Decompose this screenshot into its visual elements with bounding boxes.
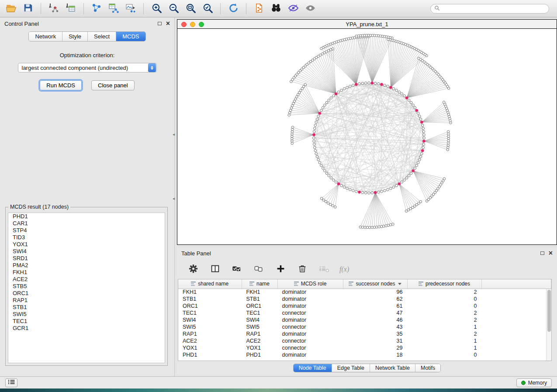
predecessor-nodes-cell[interactable]: 2 bbox=[407, 330, 481, 337]
shared-name-cell[interactable]: SWI4 bbox=[178, 316, 242, 323]
tab-network-table[interactable]: Network Table bbox=[370, 364, 415, 372]
shared-name-cell[interactable]: ACE2 bbox=[178, 337, 242, 344]
close-panel-button[interactable]: Close panel bbox=[91, 80, 135, 90]
add-row-button[interactable] bbox=[274, 263, 287, 276]
successor-nodes-cell[interactable]: 31 bbox=[343, 337, 407, 344]
predecessor-nodes-cell[interactable]: 1 bbox=[407, 323, 481, 330]
predecessor-nodes-cell[interactable]: 0 bbox=[407, 351, 481, 358]
mcds-result-item[interactable]: SRD1 bbox=[8, 255, 165, 262]
predecessor-nodes-cell[interactable]: 2 bbox=[407, 316, 481, 323]
name-cell[interactable]: YOX1 bbox=[242, 344, 277, 351]
mcds-role-cell[interactable]: dominator bbox=[277, 296, 343, 303]
deselect-all-button[interactable] bbox=[252, 263, 265, 276]
predecessor-nodes-cell[interactable]: 0 bbox=[407, 303, 481, 309]
shared-name-cell[interactable]: PHD1 bbox=[178, 351, 242, 358]
mcds-result-item[interactable]: PHD1 bbox=[8, 213, 165, 220]
column-header-predecessor-nodes[interactable]: predecessor nodes bbox=[407, 279, 481, 289]
name-cell[interactable]: SWI5 bbox=[242, 323, 277, 330]
mcds-role-cell[interactable]: dominator bbox=[277, 330, 343, 337]
successor-nodes-cell[interactable]: 46 bbox=[343, 316, 407, 323]
mcds-role-cell[interactable]: dominator bbox=[277, 303, 343, 309]
successor-nodes-cell[interactable]: 47 bbox=[343, 309, 407, 316]
mcds-result-item[interactable]: CAR1 bbox=[8, 220, 165, 227]
mcds-result-item[interactable]: RAP1 bbox=[8, 297, 165, 304]
run-mcds-button[interactable]: Run MCDS bbox=[40, 80, 82, 90]
mcds-role-cell[interactable]: connector bbox=[277, 309, 343, 316]
mcds-result-item[interactable]: YOX1 bbox=[8, 241, 165, 248]
shared-name-cell[interactable]: TEC1 bbox=[178, 309, 242, 316]
table-row[interactable]: FKH1FKH1dominator962 bbox=[178, 289, 551, 296]
mcds-result-item[interactable]: SWI5 bbox=[8, 311, 165, 318]
find-button[interactable] bbox=[270, 2, 283, 15]
tab-style[interactable]: Style bbox=[62, 32, 87, 41]
table-scrollbar[interactable] bbox=[546, 289, 551, 361]
mcds-role-cell[interactable]: dominator bbox=[277, 316, 343, 323]
column-header-successor-nodes[interactable]: successor nodes bbox=[343, 279, 407, 289]
zoom-selected-button[interactable] bbox=[201, 2, 214, 15]
tab-node-table[interactable]: Node Table bbox=[294, 364, 332, 372]
successor-nodes-cell[interactable]: 18 bbox=[343, 351, 407, 358]
close-window-icon[interactable] bbox=[181, 22, 187, 27]
mcds-role-cell[interactable]: dominator bbox=[277, 351, 343, 358]
new-network-button[interactable] bbox=[90, 2, 103, 15]
shared-name-cell[interactable]: SWI5 bbox=[178, 323, 242, 330]
name-cell[interactable]: TEC1 bbox=[242, 309, 277, 316]
shared-name-cell[interactable]: RAP1 bbox=[178, 330, 242, 337]
float-panel-icon[interactable] bbox=[540, 251, 544, 255]
scrollbar-thumb[interactable] bbox=[547, 290, 551, 332]
column-header-mcds-role[interactable]: MCDS role bbox=[277, 279, 343, 289]
mcds-role-cell[interactable]: connector bbox=[277, 337, 343, 344]
mcds-result-list[interactable]: PHD1CAR1STP4TID3YOX1SWI4SRD1PMA2FKH1ACE2… bbox=[8, 213, 165, 363]
import-network-button[interactable] bbox=[47, 2, 60, 15]
export-image-button[interactable] bbox=[124, 2, 137, 15]
tab-select[interactable]: Select bbox=[87, 32, 116, 41]
table-row[interactable]: STB1STB1dominator620 bbox=[178, 296, 551, 303]
show-columns-button[interactable] bbox=[208, 263, 221, 276]
tab-edge-table[interactable]: Edge Table bbox=[332, 364, 370, 372]
close-panel-icon[interactable]: × bbox=[166, 20, 170, 27]
maximize-window-icon[interactable] bbox=[199, 22, 204, 27]
mcds-result-item[interactable]: STP4 bbox=[8, 227, 165, 234]
splitter-collapse-icon[interactable]: ◂ bbox=[173, 132, 175, 137]
minimize-window-icon[interactable] bbox=[190, 22, 195, 27]
shared-name-cell[interactable]: ORC1 bbox=[178, 303, 242, 309]
memory-button[interactable]: Memory bbox=[516, 378, 552, 387]
table-row[interactable]: PHD1PHD1dominator180 bbox=[178, 351, 551, 358]
name-cell[interactable]: RAP1 bbox=[242, 330, 277, 337]
column-header-name[interactable]: name bbox=[242, 279, 277, 289]
predecessor-nodes-cell[interactable]: 2 bbox=[407, 289, 481, 296]
tab-mcds[interactable]: MCDS bbox=[116, 32, 145, 41]
table-row[interactable]: SWI4SWI4dominator462 bbox=[178, 316, 551, 323]
import-table-button[interactable] bbox=[64, 2, 77, 15]
copy-style-button[interactable] bbox=[253, 2, 266, 15]
mcds-result-item[interactable]: TID3 bbox=[8, 234, 165, 241]
refresh-button[interactable] bbox=[227, 2, 240, 15]
successor-nodes-cell[interactable]: 62 bbox=[343, 296, 407, 303]
mcds-result-item[interactable]: STB5 bbox=[8, 283, 165, 290]
open-file-button[interactable] bbox=[4, 2, 17, 15]
name-cell[interactable]: SWI4 bbox=[242, 316, 277, 323]
annotation-mode-button[interactable] bbox=[287, 2, 300, 15]
tab-motifs[interactable]: Motifs bbox=[415, 364, 440, 372]
name-cell[interactable]: ACE2 bbox=[242, 337, 277, 344]
zoom-in-button[interactable] bbox=[150, 2, 163, 15]
table-row[interactable]: ORC1ORC1dominator610 bbox=[178, 303, 551, 309]
mcds-role-cell[interactable]: dominator bbox=[277, 289, 343, 296]
table-row[interactable]: ACE2ACE2connector311 bbox=[178, 337, 551, 344]
column-header-shared-name[interactable]: shared name bbox=[178, 279, 242, 289]
select-all-button[interactable] bbox=[230, 263, 243, 276]
successor-nodes-cell[interactable]: 61 bbox=[343, 303, 407, 309]
mcds-result-item[interactable]: PMA2 bbox=[8, 262, 165, 269]
mcds-result-item[interactable]: ACE2 bbox=[8, 276, 165, 283]
mcds-role-cell[interactable]: connector bbox=[277, 344, 343, 351]
predecessor-nodes-cell[interactable]: 1 bbox=[407, 337, 481, 344]
table-settings-button[interactable] bbox=[187, 263, 200, 276]
optimization-criterion-select[interactable]: largest connected component (undirected) bbox=[18, 63, 157, 72]
table-row[interactable]: YOX1YOX1connector291 bbox=[178, 344, 551, 351]
name-cell[interactable]: FKH1 bbox=[242, 289, 277, 296]
table-row[interactable]: RAP1RAP1dominator352 bbox=[178, 330, 551, 337]
network-from-table-button[interactable] bbox=[107, 2, 120, 15]
zoom-out-button[interactable] bbox=[167, 2, 180, 15]
successor-nodes-cell[interactable]: 29 bbox=[343, 344, 407, 351]
close-panel-icon[interactable]: × bbox=[549, 250, 553, 257]
